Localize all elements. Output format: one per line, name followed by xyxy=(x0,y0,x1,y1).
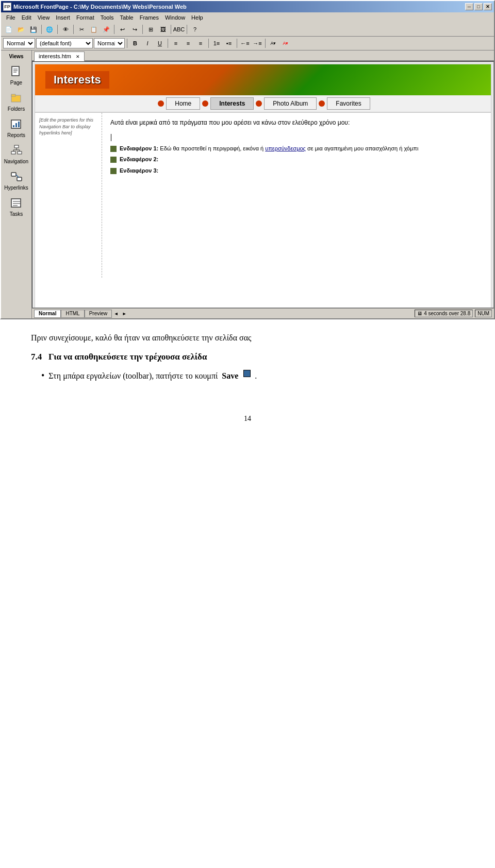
views-panel: Views Page Folders Reports xyxy=(1,50,32,318)
align-center-button[interactable]: ≡ xyxy=(183,38,194,49)
menu-file[interactable]: File xyxy=(3,13,19,22)
view-page[interactable]: Page xyxy=(3,62,30,88)
nav-favorites[interactable]: Favorites xyxy=(327,97,370,110)
svg-rect-8 xyxy=(15,123,17,127)
toolbar-formatting: Normal (default font) Normal B I U ≡ ≡ ≡… xyxy=(1,37,494,50)
bulletlist-button[interactable]: •≡ xyxy=(223,38,235,49)
menu-edit[interactable]: Edit xyxy=(19,13,35,22)
interests-tab[interactable]: interests.htm ✕ xyxy=(34,52,85,61)
font-select[interactable]: (default font) xyxy=(36,38,93,48)
new-button[interactable]: 📄 xyxy=(3,24,14,35)
interests-list: Ενδιαφέρον 1: Εδώ θα προστεθεί η περιγρα… xyxy=(110,145,483,175)
align-left-button[interactable]: ≡ xyxy=(170,38,182,49)
sidebar-text: [Edit the properties for this Navigation… xyxy=(39,117,93,135)
fontcolor-button[interactable]: A▾ xyxy=(280,38,291,49)
menu-bar: File Edit View Insert Format Tools Table… xyxy=(1,12,494,23)
preview-button[interactable]: 👁 xyxy=(60,24,71,35)
open-button[interactable]: 📂 xyxy=(15,24,27,35)
copy-button[interactable]: 📋 xyxy=(88,24,100,35)
sep5 xyxy=(142,25,143,34)
menu-window[interactable]: Window xyxy=(162,13,188,22)
sep7 xyxy=(187,25,187,34)
highlight-button[interactable]: A▾ xyxy=(268,38,279,49)
insert-table-button[interactable]: ⊞ xyxy=(145,24,156,35)
view-hyperlinks[interactable]: Hyperlinks xyxy=(3,167,30,193)
undo-button[interactable]: ↩ xyxy=(117,24,128,35)
html-tab[interactable]: HTML xyxy=(61,310,84,318)
view-reports[interactable]: Reports xyxy=(3,115,30,140)
view-tasks[interactable]: Tasks xyxy=(3,194,30,219)
style-select[interactable]: Normal xyxy=(3,38,35,48)
sep3 xyxy=(73,25,74,34)
redo-button[interactable]: ↪ xyxy=(129,24,140,35)
tasks-icon xyxy=(9,196,24,210)
close-button[interactable]: ✕ xyxy=(484,3,492,10)
menu-frames[interactable]: Frames xyxy=(137,13,162,22)
view-folders[interactable]: Folders xyxy=(3,89,30,114)
next-arrow[interactable]: ► xyxy=(120,310,128,318)
main-paragraph-title: Αυτά είναι μερικά από τα πράγματα που μο… xyxy=(110,119,483,126)
list-item-3: Ενδιαφέρον 3: xyxy=(110,167,483,175)
tab-close-icon[interactable]: ✕ xyxy=(76,54,80,59)
app-window: FP Microsoft FrontPage - C:\My Documents… xyxy=(0,0,495,319)
normal-tab[interactable]: Normal xyxy=(34,310,61,318)
svg-rect-20 xyxy=(11,199,21,207)
insert-image-button[interactable]: 🖼 xyxy=(157,24,169,35)
svg-rect-12 xyxy=(18,151,22,154)
cut-button[interactable]: ✂ xyxy=(76,24,87,35)
menu-format[interactable]: Format xyxy=(73,13,97,22)
paste-button[interactable]: 📌 xyxy=(101,24,112,35)
page-number: 14 xyxy=(31,413,464,424)
maximize-button[interactable]: □ xyxy=(474,3,483,10)
size-select[interactable]: Normal xyxy=(94,38,125,48)
page-main-content: Αυτά είναι μερικά από τα πράγματα που μο… xyxy=(102,113,491,278)
nav-interests[interactable]: Interests xyxy=(210,97,254,110)
numberedlist-button[interactable]: 1≡ xyxy=(211,38,222,49)
bold-button[interactable]: B xyxy=(129,38,141,49)
sep10 xyxy=(208,39,209,48)
document-text: Πριν συνεχίσουμε, καλό θα ήταν να αποθηκ… xyxy=(0,319,495,445)
menu-tools[interactable]: Tools xyxy=(97,13,117,22)
sep8 xyxy=(127,39,127,48)
tab-filename: interests.htm xyxy=(39,53,71,59)
list-label-2: Ενδιαφέρον 2: xyxy=(120,156,158,162)
prev-arrow[interactable]: ◄ xyxy=(112,310,120,318)
hyperlink-1[interactable]: υπερσύνδεσμος xyxy=(265,145,306,151)
list-text-1: Ενδιαφέρον 1: Εδώ θα προστεθεί η περιγρα… xyxy=(120,145,483,152)
help-button[interactable]: ? xyxy=(189,24,201,35)
outdent-button[interactable]: ←≡ xyxy=(239,38,251,49)
num-lock: NUM xyxy=(475,310,492,317)
menu-insert[interactable]: Insert xyxy=(53,13,73,22)
menu-table[interactable]: Table xyxy=(117,13,136,22)
menu-view[interactable]: View xyxy=(35,13,53,22)
menu-help[interactable]: Help xyxy=(188,13,206,22)
title-bar: FP Microsoft FrontPage - C:\My Documents… xyxy=(1,1,494,12)
align-right-button[interactable]: ≡ xyxy=(195,38,206,49)
save-toolbar-button[interactable]: 💾 xyxy=(28,24,39,35)
indent-button[interactable]: →≡ xyxy=(252,38,263,49)
svg-rect-5 xyxy=(11,94,15,96)
preview-tab[interactable]: Preview xyxy=(85,310,112,318)
nav-photoalbum[interactable]: Photo Album xyxy=(264,97,317,110)
minimize-button[interactable]: ─ xyxy=(465,3,473,10)
title-bar-buttons: ─ □ ✕ xyxy=(465,3,492,10)
italic-button[interactable]: I xyxy=(142,38,153,49)
page-icon xyxy=(9,64,24,79)
main-editor-area: interests.htm ✕ Interests xyxy=(32,50,494,318)
app-body: Views Page Folders Reports xyxy=(1,50,494,318)
list-label-3: Ενδιαφέρον 3: xyxy=(120,167,158,174)
nav-home[interactable]: Home xyxy=(166,97,200,110)
publish-button[interactable]: 🌐 xyxy=(44,24,55,35)
editor-tab-bar: interests.htm ✕ xyxy=(32,50,494,61)
spell-button[interactable]: ABC xyxy=(173,24,185,35)
list-label-1: Ενδιαφέρον 1: xyxy=(120,145,158,151)
view-navigation[interactable]: Navigation xyxy=(3,141,30,166)
speed-text: 4 seconds over 28.8 xyxy=(424,311,470,316)
bullet-period: . xyxy=(255,370,257,382)
underline-button[interactable]: U xyxy=(154,38,166,49)
list-desc-1: Εδώ θα προστεθεί η περιγραφή, εικόνα ή υ… xyxy=(160,145,418,151)
reports-icon xyxy=(9,117,24,131)
folders-icon xyxy=(9,91,24,105)
bullet-3 xyxy=(110,168,117,174)
navigation-icon xyxy=(9,143,24,158)
